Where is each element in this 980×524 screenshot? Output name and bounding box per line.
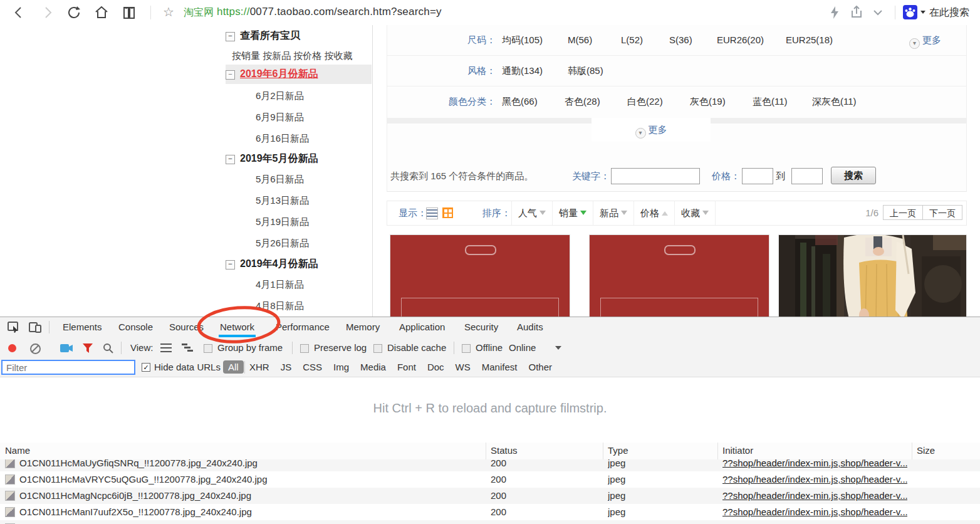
sidebar-view-all[interactable]: −查看所有宝贝 [226,28,372,45]
network-request-row[interactable]: O1CN011HcManI7uuf2X5o_!!1200778.jpg_240x… [0,504,980,520]
filter-option[interactable]: M(56) [568,25,592,55]
filter-option[interactable]: 灰色(19) [690,86,726,117]
disable-cache-checkbox[interactable] [373,344,382,353]
search-engine-dropdown-icon[interactable] [920,11,925,14]
tab-elements[interactable]: Elements [63,317,102,337]
search-button[interactable]: 搜索 [831,167,876,184]
filter-option[interactable]: EUR25(18) [786,25,833,55]
sidebar-item[interactable]: 6月9日新品 [256,109,402,125]
share-icon[interactable] [850,6,863,19]
offline-label[interactable]: Offline [476,338,503,358]
filter-option[interactable]: L(52) [621,25,643,55]
sidebar-item[interactable]: 5月19日新品 [256,214,402,230]
favorite-star-icon[interactable]: ☆ [163,4,174,19]
sidebar-item[interactable]: 5月13日新品 [256,192,402,209]
list-view-icon[interactable] [426,207,438,219]
grid-view-icon[interactable] [442,207,453,218]
tab-performance[interactable]: Performance [276,317,330,337]
filter-option[interactable]: 通勤(134) [502,56,543,86]
sidebar-group-april[interactable]: −2019年4月份新品 [226,256,372,272]
address-bar[interactable]: https://0077.taobao.com/search.htm?searc… [217,6,442,18]
refresh-icon[interactable] [66,5,81,20]
filter-option[interactable]: EUR26(20) [717,25,764,55]
network-request-row[interactable]: O1CN011HcMagNcpc6i0jB_!!1200778.jpg_240x… [0,488,980,504]
filter-option[interactable]: 均码(105) [502,25,543,55]
group-by-frame-label[interactable]: Group by frame [217,338,283,358]
filter-option[interactable]: 白色(22) [627,86,663,117]
filter-option[interactable]: 韩版(85) [568,56,603,86]
sidebar-group-may[interactable]: −2019年5月份新品 [226,150,372,167]
sidebar-group-june[interactable]: −2019年6月份新品 [226,66,372,82]
sidebar-sort-links[interactable]: 按销量 按新品 按价格 按收藏 [232,48,378,64]
sort-newest[interactable]: 新品 [593,201,633,225]
sort-favorites[interactable]: 收藏 [674,201,716,225]
hide-data-urls-label[interactable]: Hide data URLs [154,358,221,377]
type-filter-font[interactable]: Font [397,358,416,377]
search-icon[interactable] [103,343,113,354]
hide-data-urls-checkbox[interactable]: ✓ [142,363,150,372]
sidebar-item[interactable]: 4月8日新品 [256,298,402,314]
preserve-log-label[interactable]: Preserve log [314,338,367,358]
bookmarks-icon[interactable] [122,5,137,20]
baidu-paw-icon[interactable] [903,5,917,19]
throttling-select[interactable]: Online [509,338,536,358]
inspect-element-icon[interactable] [8,322,20,333]
throttling-dropdown-icon[interactable] [555,346,561,350]
next-page-button[interactable]: 下一页 [922,205,962,220]
expand-more-filters-button[interactable]: ▾更多 [592,118,711,142]
type-filter-doc[interactable]: Doc [427,358,444,377]
product-card-placeholder[interactable] [390,234,570,317]
sort-price[interactable]: 价格 [633,201,674,225]
price-min-input[interactable] [742,168,773,184]
network-request-row-partial[interactable] [0,520,980,524]
type-filter-manifest[interactable]: Manifest [482,358,518,377]
record-button[interactable] [8,344,16,352]
tab-console[interactable]: Console [118,317,153,337]
tab-audits[interactable]: Audits [517,317,543,337]
home-icon[interactable] [94,5,109,20]
chevron-down-icon[interactable] [872,8,884,17]
collapse-icon[interactable]: − [226,155,235,164]
request-initiator-link[interactable]: ??shop/header/index-min.js,shop/header-v… [722,504,907,520]
clear-button[interactable] [30,343,41,354]
filter-option[interactable]: 蓝色(11) [753,86,788,117]
column-status[interactable]: Status [491,443,518,459]
capture-screenshots-icon[interactable] [60,344,73,352]
tab-sources[interactable]: Sources [169,317,204,337]
product-card-photo[interactable] [778,234,967,317]
offline-checkbox[interactable] [462,344,471,353]
column-type[interactable]: Type [608,443,628,459]
keyword-input[interactable] [611,168,700,184]
tab-network[interactable]: Network [220,317,254,337]
site-name-label[interactable]: 淘宝网 [184,6,214,19]
disable-cache-label[interactable]: Disable cache [387,338,446,358]
sidebar-item[interactable]: 5月26日新品 [256,235,402,251]
request-initiator-link[interactable]: ??shop/header/index-min.js,shop/header-v… [722,471,907,488]
tab-memory[interactable]: Memory [346,317,380,337]
group-by-frame-checkbox[interactable] [204,344,212,353]
search-here-label[interactable]: 在此搜索 [929,6,969,19]
forward-icon[interactable] [40,5,55,20]
type-filter-img[interactable]: Img [333,358,349,377]
prev-page-button[interactable]: 上一页 [883,205,923,220]
filter-option[interactable]: 黑色(66) [502,86,538,117]
filter-option[interactable]: S(36) [669,25,692,55]
request-initiator-link[interactable]: ??shop/header/index-min.js,shop/header-v… [722,459,907,471]
type-filter-xhr[interactable]: XHR [249,358,269,377]
filter-option[interactable]: 杏色(28) [565,86,600,117]
column-name[interactable]: Name [5,443,30,459]
back-icon[interactable] [11,5,26,20]
type-filter-all[interactable]: All [223,360,244,374]
filter-option[interactable]: 深灰色(11) [812,86,857,117]
sort-sales[interactable]: 销量 [552,201,593,225]
tab-application[interactable]: Application [399,317,445,337]
collapse-icon[interactable]: − [226,70,235,80]
column-size[interactable]: Size [917,443,935,459]
more-sizes-link[interactable]: ▾更多 [909,25,941,55]
view-waterfall-icon[interactable] [182,343,193,352]
network-filter-input[interactable] [1,360,135,375]
sort-popularity[interactable]: 人气 [511,201,552,225]
sidebar-item[interactable]: 6月16日新品 [256,130,402,147]
lightning-icon[interactable] [828,6,841,19]
type-filter-css[interactable]: CSS [303,358,322,377]
